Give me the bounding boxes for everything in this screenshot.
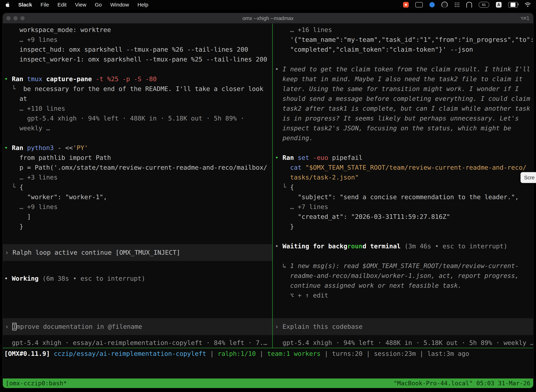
menu-window[interactable]: Window: [110, 2, 129, 8]
screen-notification-fragment[interactable]: Scre: [521, 172, 536, 183]
terminal-line: [275, 143, 533, 153]
active-app-name[interactable]: Slack: [18, 2, 32, 8]
terminal-line: cat "$OMX_TEAM_STATE_ROOT/team/review-cu…: [275, 163, 533, 173]
text-segment: … +9 lines: [4, 203, 57, 210]
prompt-input-row[interactable]: › Improve documentation in @filename: [3, 318, 272, 335]
dark-app-icon[interactable]: [441, 2, 448, 8]
text-segment: |: [256, 350, 267, 357]
terminal-line: … +9 lines: [4, 35, 272, 45]
text-segment: gpt-5.4 xhigh · 94% left · 488K in · 5.1…: [275, 339, 533, 346]
text-segment: |: [362, 350, 374, 357]
keyboard-icon[interactable]: [415, 2, 423, 7]
text-segment: Working: [12, 275, 42, 282]
text-segment: readme-and-reco/mailbox/worker-1.json, a…: [275, 272, 519, 279]
input-source-label: A: [497, 2, 500, 7]
text-segment: |: [416, 350, 427, 357]
text-segment: - <<: [57, 144, 73, 151]
text-segment: ⌥ + ↑ edit: [275, 292, 328, 299]
text-segment: python3: [27, 144, 57, 151]
text-segment: 'PY': [73, 144, 88, 151]
terminal-line: continue assigned work or next feasible …: [275, 281, 533, 290]
text-segment: -t %25 -p -S -80: [96, 75, 157, 83]
pane-spacer: [4, 284, 272, 315]
text-segment: be necessary for the end of the README. …: [23, 85, 263, 92]
text-segment: should send a message before completing …: [275, 95, 530, 102]
text-segment: }: [4, 223, 23, 230]
text-segment: from pathlib import Path: [4, 154, 111, 161]
text-segment: inspect_hud: omx sparkshell --tmux-pane …: [4, 46, 248, 53]
text-segment: … +9 lines: [4, 36, 57, 43]
input-source-icon[interactable]: A: [496, 2, 502, 8]
text-segment: … +16 lines: [275, 26, 332, 33]
terminal-line: '{"team_name":"my-team","task_id":"1","f…: [275, 35, 533, 45]
terminal-line: later. Using the same for transition mig…: [275, 84, 533, 94]
menu-items: FileEditViewGoWindowHelp: [40, 2, 148, 8]
traffic-lights: [3, 16, 25, 20]
blue-app-icon[interactable]: [429, 2, 435, 7]
text-segment: }: [275, 223, 294, 230]
text-segment: •: [4, 144, 12, 151]
prompt-input-row[interactable]: › Ralph loop active continue [OMX_TMUX_I…: [3, 244, 272, 261]
tmux-session-label: [omx-cczip0:bash*: [6, 380, 67, 387]
terminal-line: • I need to get the claim token from the…: [275, 64, 533, 74]
zoom-button[interactable]: [20, 16, 25, 20]
pane-spacer: [275, 300, 533, 315]
text-segment: tmux: [27, 75, 46, 83]
text-segment: p = Path('.omx/state/team/review-current…: [4, 164, 267, 171]
prompt-input-row[interactable]: › Explain this codebase: [273, 318, 533, 335]
menu-edit[interactable]: Edit: [57, 2, 67, 8]
text-segment: inspect task2's JSON, focusing on the st…: [275, 125, 511, 132]
dots-grid-icon[interactable]: [455, 2, 460, 7]
text-segment: d terminal: [363, 243, 404, 250]
menu-go[interactable]: Go: [95, 2, 102, 8]
ghost-icon[interactable]: [466, 2, 472, 8]
text-segment: Ran: [12, 75, 27, 83]
apple-logo-icon: [5, 2, 10, 8]
right-pane-content: … +16 lines '{"team_name":"my-team","tas…: [273, 23, 533, 348]
text-segment: (3m 46s • esc to interrupt): [404, 243, 507, 250]
terminal-line: inspect task2's JSON, focusing on the st…: [275, 123, 533, 133]
terminal-line: tasks/task-2.json": [275, 173, 533, 182]
terminal-line: is in progress? It seems likely but perh…: [275, 113, 533, 123]
text-segment: └: [4, 183, 19, 191]
window-titlebar[interactable]: omx --xhigh --madmax ⌥⌘1: [3, 13, 533, 23]
terminal-line: … +3 lines: [4, 173, 272, 182]
menu-help[interactable]: Help: [138, 2, 148, 8]
text-segment: [OMX#0.11.9]: [4, 350, 54, 357]
text-segment: task2 after task1 is complete, but can I…: [275, 105, 530, 112]
text-segment: pending.: [275, 134, 313, 142]
battery-fill: [511, 3, 515, 7]
battery-icon[interactable]: [508, 2, 518, 8]
minimize-button[interactable]: [13, 16, 18, 20]
text-segment: … +3 lines: [4, 174, 57, 181]
text-segment: I need to get the claim token from the c…: [282, 65, 530, 73]
text-segment: "worker": "worker-1",: [4, 193, 107, 201]
menu-bar-left: Slack FileEditViewGoWindowHelp: [5, 2, 148, 8]
menu-bar: Slack FileEditViewGoWindowHelp 61 A: [0, 0, 536, 9]
window-shortcut-hint: ⌥⌘1: [520, 15, 529, 21]
terminal-line: gpt-5.4 xhigh · 94% left · 488K in · 5.1…: [275, 338, 533, 348]
terminal-line: }: [4, 222, 272, 232]
terminal-line: … +9 lines: [4, 202, 272, 212]
text-segment: tasks/task-2.json": [275, 174, 359, 181]
apple-menu[interactable]: [5, 2, 10, 8]
terminal-line: • Ran python3 - <<'PY': [4, 143, 272, 153]
terminal-line: keep that in mind. Maybe I also need the…: [275, 74, 533, 84]
wifi-icon[interactable]: [524, 2, 531, 7]
menu-view[interactable]: View: [75, 2, 86, 8]
left-pane-content: workspace_mode: worktree … +9 lines insp…: [3, 23, 272, 348]
gauge-label: 61: [482, 3, 486, 7]
tmux-host-clock: "MacBook-Pro-44.local" 05:03 31-Mar-26: [393, 380, 530, 387]
menu-file[interactable]: File: [40, 2, 49, 8]
text-segment: •: [4, 75, 12, 83]
terminal-line: └ {: [275, 182, 533, 192]
text-segment: at: [4, 95, 27, 102]
text-segment: ›: [5, 249, 13, 256]
gauge-icon[interactable]: 61: [479, 2, 489, 8]
close-button[interactable]: [6, 16, 10, 20]
text-segment: "subject": "send a concise recommendatio…: [275, 193, 519, 201]
screen-recording-indicator-icon[interactable]: [403, 2, 409, 8]
terminal-line: inspect_worker-1: omx sparkshell --tmux-…: [4, 54, 272, 64]
terminal-line: … +16 lines: [275, 25, 533, 35]
terminal-line: "subject": "send a concise recommendatio…: [275, 192, 533, 202]
